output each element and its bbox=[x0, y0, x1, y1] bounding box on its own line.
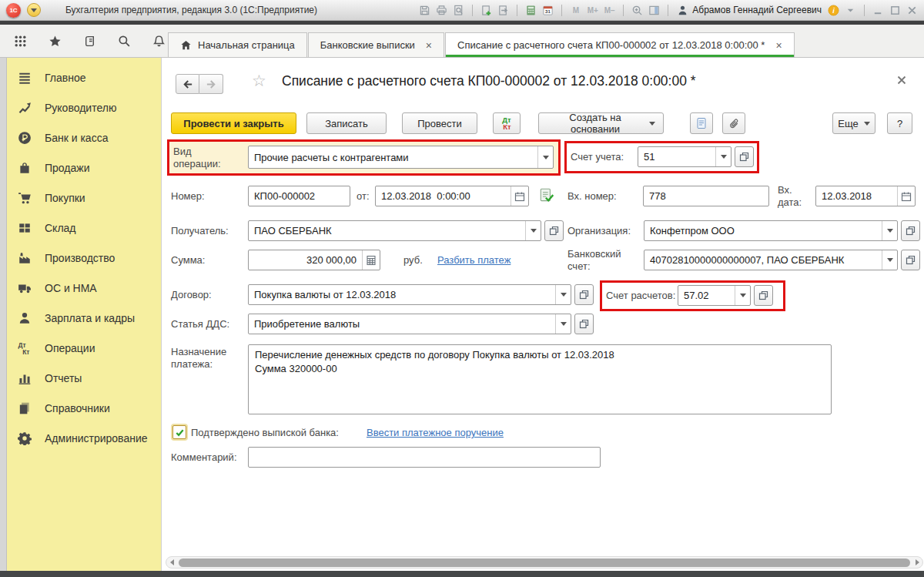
enter-payment-order-link[interactable]: Ввести платежное поручение bbox=[367, 427, 504, 438]
m-icon[interactable]: M bbox=[570, 5, 581, 16]
account-open-button[interactable] bbox=[735, 146, 754, 167]
scroll-right-arrow[interactable] bbox=[912, 559, 922, 565]
sidebar-item-warehouse[interactable]: Склад bbox=[0, 213, 161, 243]
m-plus-icon[interactable]: M+ bbox=[587, 5, 598, 16]
split-payment-link[interactable]: Разбить платеж bbox=[437, 254, 511, 266]
tab-home[interactable]: Начальная страница bbox=[168, 32, 307, 57]
search-icon[interactable] bbox=[118, 35, 131, 48]
post-and-close-button[interactable]: Провести и закрыть bbox=[171, 112, 296, 134]
sidebar-item-main[interactable]: Главное bbox=[0, 62, 161, 92]
organization-open-button[interactable] bbox=[901, 220, 920, 241]
post-button[interactable]: Провести bbox=[402, 112, 477, 134]
reports-button[interactable] bbox=[690, 112, 713, 134]
user-icon bbox=[677, 5, 688, 16]
help-button[interactable]: ? bbox=[887, 112, 912, 134]
calculator-icon[interactable] bbox=[362, 250, 380, 270]
favorite-star-icon[interactable]: ☆ bbox=[252, 73, 266, 89]
notifications-bell-icon[interactable] bbox=[152, 35, 166, 48]
close-tab-icon[interactable]: × bbox=[426, 39, 432, 52]
favorites-star-icon[interactable] bbox=[49, 35, 62, 48]
settlement-account-field[interactable]: 57.02 bbox=[678, 285, 751, 306]
minimize-icon[interactable] bbox=[872, 5, 884, 16]
sidebar-item-manager[interactable]: Руководителю bbox=[0, 92, 161, 122]
organization-field[interactable]: Конфетпром ООО bbox=[644, 220, 898, 241]
sidebar-item-operations[interactable]: ДтКтОперации bbox=[0, 333, 161, 363]
sidebar-item-production[interactable]: Производство bbox=[0, 243, 161, 273]
history-icon[interactable] bbox=[83, 35, 96, 48]
sidebar-item-directories[interactable]: Справочники bbox=[0, 393, 161, 423]
back-button[interactable] bbox=[176, 74, 199, 94]
confirmed-checkbox[interactable] bbox=[172, 425, 186, 439]
tab-document-active[interactable]: Списание с расчетного счета КП00-000002 … bbox=[445, 32, 795, 57]
save-button[interactable]: Записать bbox=[306, 112, 387, 134]
operation-type-field[interactable]: Прочие расчеты с контрагентами bbox=[248, 146, 554, 169]
sidebar-item-fixed-assets[interactable]: ОС и НМА bbox=[0, 273, 161, 303]
sidebar-item-sales[interactable]: Продажи bbox=[0, 153, 161, 183]
calendar-icon[interactable] bbox=[897, 186, 915, 206]
dropdown-arrow-icon[interactable] bbox=[715, 147, 731, 166]
account-field[interactable]: 51 bbox=[638, 146, 732, 167]
m-minus-icon[interactable]: M− bbox=[604, 5, 615, 16]
dropdown-arrow-icon[interactable] bbox=[555, 314, 571, 334]
close-tab-icon[interactable]: × bbox=[775, 39, 782, 52]
maximize-icon[interactable] bbox=[889, 5, 901, 16]
dropdown-arrow-icon[interactable] bbox=[735, 286, 750, 305]
amount-field[interactable]: 320 000,00 bbox=[248, 250, 380, 270]
close-icon[interactable] bbox=[906, 5, 918, 16]
number-field[interactable]: КП00-000002 bbox=[248, 186, 350, 206]
sidebar-item-purchases[interactable]: Покупки bbox=[0, 183, 161, 213]
separator bbox=[517, 5, 517, 16]
incoming-date-field[interactable]: 12.03.2018 bbox=[815, 186, 916, 206]
payee-label: Получатель: bbox=[171, 225, 229, 237]
create-based-on-button[interactable]: Создать на основании bbox=[538, 112, 664, 134]
doc-add-icon[interactable] bbox=[480, 5, 492, 16]
incoming-number-field[interactable]: 778 bbox=[643, 186, 769, 206]
payee-open-button[interactable] bbox=[544, 220, 564, 241]
chevron-down-icon[interactable] bbox=[845, 5, 856, 16]
date-field[interactable]: 12.03.2018 0:00:00 bbox=[375, 186, 529, 206]
calendar-icon[interactable] bbox=[511, 186, 528, 206]
sidebar-item-administration[interactable]: Администрирование bbox=[0, 423, 161, 453]
dropdown-arrow-icon[interactable] bbox=[537, 146, 553, 168]
show-postings-button[interactable]: ДтКт bbox=[493, 112, 521, 134]
comment-field[interactable] bbox=[248, 447, 601, 468]
payment-purpose-textarea[interactable]: Перечисление денежных средств по договор… bbox=[248, 344, 832, 414]
grid-menu-icon[interactable] bbox=[14, 35, 27, 48]
tab-document-label: Списание с расчетного счета КП00-000002 … bbox=[457, 39, 765, 51]
horizontal-scrollbar[interactable] bbox=[166, 556, 923, 569]
forward-button[interactable] bbox=[199, 74, 223, 94]
bank-account-field[interactable]: 40702810000000000007, ПАО СБЕРБАНК bbox=[644, 250, 898, 270]
dropdown-arrow-icon[interactable] bbox=[555, 285, 571, 304]
cash-flow-item-field[interactable]: Приобретение валюты bbox=[248, 314, 571, 334]
settlement-account-open-button[interactable] bbox=[754, 285, 773, 306]
doc-send-icon[interactable] bbox=[497, 5, 509, 16]
payee-field[interactable]: ПАО СБЕРБАНК bbox=[248, 220, 541, 241]
dropdown-arrow-icon[interactable] bbox=[882, 250, 897, 270]
save-icon[interactable] bbox=[419, 5, 430, 16]
sidebar-item-payroll[interactable]: Зарплата и кадры bbox=[0, 303, 161, 333]
close-form-icon[interactable] bbox=[896, 74, 908, 86]
bank-account-open-button[interactable] bbox=[901, 250, 920, 270]
main-menu-button[interactable] bbox=[27, 3, 41, 17]
sidebar-item-bank-cash[interactable]: Банк и касса bbox=[0, 122, 161, 153]
zoom-in-icon[interactable] bbox=[631, 5, 643, 16]
contract-open-button[interactable] bbox=[574, 284, 594, 305]
cash-flow-item-open-button[interactable] bbox=[574, 314, 594, 334]
attachments-button[interactable] bbox=[722, 112, 745, 134]
form-title: Списание с расчетного счета КП00-000002 … bbox=[282, 73, 696, 89]
info-icon[interactable]: i bbox=[828, 5, 839, 16]
sidebar-item-reports[interactable]: Отчеты bbox=[0, 363, 161, 393]
print-icon[interactable] bbox=[436, 5, 447, 16]
dropdown-arrow-icon[interactable] bbox=[525, 221, 541, 240]
contract-field[interactable]: Покупка валюты от 12.03.2018 bbox=[248, 284, 571, 305]
dropdown-arrow-icon[interactable] bbox=[882, 221, 897, 240]
current-user[interactable]: Абрамов Геннадий Сергеевич bbox=[677, 5, 822, 16]
calculator-icon[interactable] bbox=[525, 5, 537, 16]
print-preview-icon[interactable] bbox=[453, 5, 464, 16]
more-button[interactable]: Еще bbox=[832, 112, 875, 134]
scrollbar-thumb[interactable] bbox=[179, 559, 910, 567]
split-view-icon[interactable] bbox=[648, 5, 660, 16]
calendar-icon[interactable]: 31 bbox=[542, 5, 554, 16]
tab-bank-statements[interactable]: Банковские выписки × bbox=[308, 32, 444, 57]
scroll-left-arrow[interactable] bbox=[166, 559, 177, 565]
